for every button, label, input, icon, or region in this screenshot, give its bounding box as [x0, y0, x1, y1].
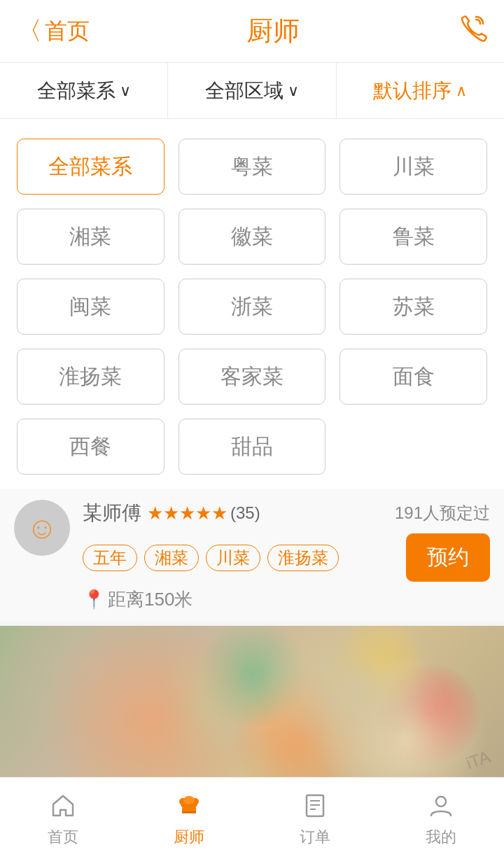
svg-point-5: [183, 796, 195, 804]
filter-region[interactable]: 全部区域 ∨: [168, 63, 336, 118]
category-huaiyang[interactable]: 淮扬菜: [17, 349, 164, 405]
partial-stars: ★★★★★: [147, 503, 227, 524]
cuisine-grid: 全部菜系 粤菜 川菜 湘菜 徽菜 鲁菜 闽菜 浙菜 苏菜 淮扬菜 客家菜 面食 …: [17, 139, 487, 475]
nav-label-home: 首页: [48, 827, 78, 848]
chef-hat-icon: [176, 792, 202, 822]
category-zhe[interactable]: 浙菜: [178, 279, 326, 335]
partial-right: 某师傅 ★★★★★ (35) 191人预定过 五年 湘菜 川菜 淮扬菜 预约 📍…: [83, 500, 490, 612]
chef-card-partial: ☺ 某师傅 ★★★★★ (35) 191人预定过 五年 湘菜 川菜 淮扬菜 预约: [0, 489, 504, 622]
food-bg: [0, 626, 504, 787]
svg-point-10: [436, 797, 446, 806]
partial-tag-2: 川菜: [206, 545, 260, 571]
bottom-nav: 首页 厨师 订单: [0, 777, 504, 861]
nav-item-profile[interactable]: 我的: [378, 778, 504, 861]
phone-icon: [456, 13, 487, 43]
filter-cuisine-arrow: ∨: [120, 82, 131, 100]
category-hui[interactable]: 徽菜: [178, 209, 326, 265]
filter-bar: 全部菜系 ∨ 全部区域 ∨ 默认排序 ∧: [0, 63, 504, 119]
back-label: 首页: [45, 16, 90, 47]
category-min[interactable]: 闽菜: [17, 279, 164, 335]
filter-sort-arrow: ∧: [456, 82, 467, 100]
partial-distance: 距离150米: [108, 587, 192, 612]
avatar-icon: ☺: [27, 510, 58, 545]
location-pin-icon: 📍: [83, 589, 105, 610]
svg-rect-4: [182, 811, 196, 813]
category-tianpin[interactable]: 甜品: [178, 419, 326, 475]
filter-sort[interactable]: 默认排序 ∧: [337, 63, 504, 118]
category-xiang[interactable]: 湘菜: [17, 209, 164, 265]
partial-name-row: 某师傅 ★★★★★ (35) 191人预定过: [83, 500, 490, 526]
partial-tag-3: 淮扬菜: [267, 545, 339, 571]
partial-tag-1: 湘菜: [144, 545, 199, 571]
category-chuan[interactable]: 川菜: [340, 139, 487, 195]
category-xican[interactable]: 西餐: [17, 419, 164, 475]
chef-avatar-partial: ☺: [14, 500, 70, 556]
partial-location: 📍 距离150米: [83, 587, 490, 612]
home-icon: [50, 792, 76, 822]
partial-tag-0: 五年: [83, 545, 137, 571]
dropdown-panel: 全部菜系 粤菜 川菜 湘菜 徽菜 鲁菜 闽菜 浙菜 苏菜 淮扬菜 客家菜 面食 …: [0, 119, 504, 489]
orders-icon: [302, 792, 328, 822]
nav-label-chef: 厨师: [174, 827, 204, 848]
nav-label-profile: 我的: [426, 827, 456, 848]
chevron-left-icon: 〈: [17, 14, 42, 48]
filter-sort-label: 默认排序: [373, 78, 451, 104]
partial-review-count: (35): [230, 503, 260, 523]
filter-region-label: 全部区域: [205, 78, 284, 104]
page-title: 厨师: [246, 13, 300, 49]
partial-tags-row: 五年 湘菜 川菜 淮扬菜 预约: [83, 533, 490, 582]
category-mianshi[interactable]: 面食: [340, 349, 487, 405]
chef-food-image: [0, 626, 504, 787]
header: 〈 首页 厨师: [0, 0, 504, 63]
nav-label-orders: 订单: [300, 827, 330, 848]
phone-button[interactable]: [456, 13, 487, 50]
nav-item-chef[interactable]: 厨师: [126, 778, 252, 861]
partial-reserve-button[interactable]: 预约: [406, 533, 490, 582]
profile-icon: [428, 792, 454, 822]
category-all[interactable]: 全部菜系: [17, 139, 164, 195]
partial-chef-name: 某师傅: [83, 500, 141, 526]
back-button[interactable]: 〈 首页: [17, 14, 90, 48]
category-yue[interactable]: 粤菜: [178, 139, 326, 195]
filter-cuisine-label: 全部菜系: [37, 78, 115, 104]
partial-reserved: 191人预定过: [395, 502, 490, 524]
nav-item-orders[interactable]: 订单: [252, 778, 378, 861]
category-kejia[interactable]: 客家菜: [178, 349, 326, 405]
category-lu[interactable]: 鲁菜: [340, 209, 487, 265]
filter-cuisine[interactable]: 全部菜系 ∨: [0, 63, 168, 118]
filter-region-arrow: ∨: [288, 82, 299, 100]
category-su[interactable]: 苏菜: [340, 279, 487, 335]
nav-item-home[interactable]: 首页: [0, 778, 126, 861]
